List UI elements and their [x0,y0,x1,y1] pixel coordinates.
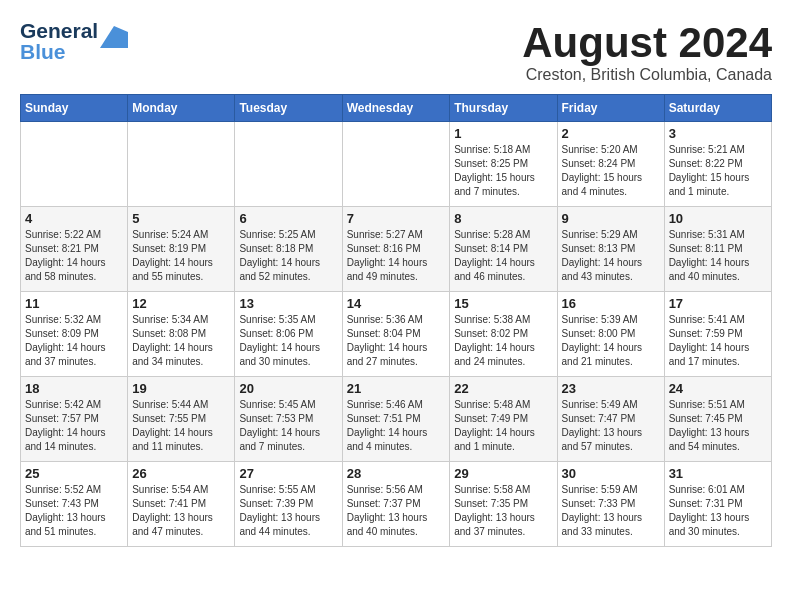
day-header-monday: Monday [128,95,235,122]
calendar-cell [342,122,450,207]
logo-general: General [20,20,98,41]
calendar-cell: 3Sunrise: 5:21 AM Sunset: 8:22 PM Daylig… [664,122,771,207]
day-number: 18 [25,381,123,396]
calendar-week-3: 11Sunrise: 5:32 AM Sunset: 8:09 PM Dayli… [21,292,772,377]
day-info: Sunrise: 5:41 AM Sunset: 7:59 PM Dayligh… [669,313,767,369]
day-number: 10 [669,211,767,226]
day-info: Sunrise: 5:49 AM Sunset: 7:47 PM Dayligh… [562,398,660,454]
day-number: 29 [454,466,552,481]
calendar-cell: 7Sunrise: 5:27 AM Sunset: 8:16 PM Daylig… [342,207,450,292]
day-number: 17 [669,296,767,311]
day-number: 16 [562,296,660,311]
calendar-cell: 15Sunrise: 5:38 AM Sunset: 8:02 PM Dayli… [450,292,557,377]
day-info: Sunrise: 5:59 AM Sunset: 7:33 PM Dayligh… [562,483,660,539]
calendar-cell: 10Sunrise: 5:31 AM Sunset: 8:11 PM Dayli… [664,207,771,292]
day-info: Sunrise: 5:22 AM Sunset: 8:21 PM Dayligh… [25,228,123,284]
day-info: Sunrise: 5:44 AM Sunset: 7:55 PM Dayligh… [132,398,230,454]
day-number: 3 [669,126,767,141]
calendar-cell: 12Sunrise: 5:34 AM Sunset: 8:08 PM Dayli… [128,292,235,377]
day-number: 11 [25,296,123,311]
calendar-cell: 16Sunrise: 5:39 AM Sunset: 8:00 PM Dayli… [557,292,664,377]
logo: General Blue [20,20,128,62]
day-info: Sunrise: 5:38 AM Sunset: 8:02 PM Dayligh… [454,313,552,369]
calendar-cell: 24Sunrise: 5:51 AM Sunset: 7:45 PM Dayli… [664,377,771,462]
day-info: Sunrise: 5:29 AM Sunset: 8:13 PM Dayligh… [562,228,660,284]
day-number: 24 [669,381,767,396]
calendar-cell: 29Sunrise: 5:58 AM Sunset: 7:35 PM Dayli… [450,462,557,547]
calendar-week-5: 25Sunrise: 5:52 AM Sunset: 7:43 PM Dayli… [21,462,772,547]
day-number: 23 [562,381,660,396]
day-number: 12 [132,296,230,311]
day-info: Sunrise: 5:35 AM Sunset: 8:06 PM Dayligh… [239,313,337,369]
calendar-cell [235,122,342,207]
day-info: Sunrise: 5:48 AM Sunset: 7:49 PM Dayligh… [454,398,552,454]
day-info: Sunrise: 5:45 AM Sunset: 7:53 PM Dayligh… [239,398,337,454]
logo-blue: Blue [20,41,98,62]
day-info: Sunrise: 5:36 AM Sunset: 8:04 PM Dayligh… [347,313,446,369]
day-info: Sunrise: 5:39 AM Sunset: 8:00 PM Dayligh… [562,313,660,369]
day-header-thursday: Thursday [450,95,557,122]
day-info: Sunrise: 6:01 AM Sunset: 7:31 PM Dayligh… [669,483,767,539]
calendar-cell: 5Sunrise: 5:24 AM Sunset: 8:19 PM Daylig… [128,207,235,292]
day-number: 21 [347,381,446,396]
calendar-cell: 1Sunrise: 5:18 AM Sunset: 8:25 PM Daylig… [450,122,557,207]
calendar-header-row: SundayMondayTuesdayWednesdayThursdayFrid… [21,95,772,122]
calendar-cell: 11Sunrise: 5:32 AM Sunset: 8:09 PM Dayli… [21,292,128,377]
calendar-cell: 8Sunrise: 5:28 AM Sunset: 8:14 PM Daylig… [450,207,557,292]
calendar-cell: 13Sunrise: 5:35 AM Sunset: 8:06 PM Dayli… [235,292,342,377]
day-number: 13 [239,296,337,311]
calendar-cell: 22Sunrise: 5:48 AM Sunset: 7:49 PM Dayli… [450,377,557,462]
calendar-cell: 31Sunrise: 6:01 AM Sunset: 7:31 PM Dayli… [664,462,771,547]
calendar-cell: 21Sunrise: 5:46 AM Sunset: 7:51 PM Dayli… [342,377,450,462]
day-info: Sunrise: 5:28 AM Sunset: 8:14 PM Dayligh… [454,228,552,284]
calendar-cell: 30Sunrise: 5:59 AM Sunset: 7:33 PM Dayli… [557,462,664,547]
calendar-cell: 14Sunrise: 5:36 AM Sunset: 8:04 PM Dayli… [342,292,450,377]
day-header-wednesday: Wednesday [342,95,450,122]
day-info: Sunrise: 5:24 AM Sunset: 8:19 PM Dayligh… [132,228,230,284]
day-number: 30 [562,466,660,481]
day-number: 8 [454,211,552,226]
day-number: 19 [132,381,230,396]
day-info: Sunrise: 5:46 AM Sunset: 7:51 PM Dayligh… [347,398,446,454]
day-info: Sunrise: 5:52 AM Sunset: 7:43 PM Dayligh… [25,483,123,539]
day-number: 15 [454,296,552,311]
calendar-cell: 18Sunrise: 5:42 AM Sunset: 7:57 PM Dayli… [21,377,128,462]
day-number: 14 [347,296,446,311]
calendar-cell: 9Sunrise: 5:29 AM Sunset: 8:13 PM Daylig… [557,207,664,292]
day-number: 28 [347,466,446,481]
calendar-cell: 20Sunrise: 5:45 AM Sunset: 7:53 PM Dayli… [235,377,342,462]
calendar-cell: 4Sunrise: 5:22 AM Sunset: 8:21 PM Daylig… [21,207,128,292]
day-number: 7 [347,211,446,226]
day-info: Sunrise: 5:56 AM Sunset: 7:37 PM Dayligh… [347,483,446,539]
day-number: 31 [669,466,767,481]
calendar-cell: 17Sunrise: 5:41 AM Sunset: 7:59 PM Dayli… [664,292,771,377]
day-number: 5 [132,211,230,226]
calendar-table: SundayMondayTuesdayWednesdayThursdayFrid… [20,94,772,547]
calendar-cell: 25Sunrise: 5:52 AM Sunset: 7:43 PM Dayli… [21,462,128,547]
calendar-cell: 27Sunrise: 5:55 AM Sunset: 7:39 PM Dayli… [235,462,342,547]
calendar-cell: 28Sunrise: 5:56 AM Sunset: 7:37 PM Dayli… [342,462,450,547]
day-info: Sunrise: 5:31 AM Sunset: 8:11 PM Dayligh… [669,228,767,284]
day-info: Sunrise: 5:32 AM Sunset: 8:09 PM Dayligh… [25,313,123,369]
logo-icon [100,26,128,48]
day-info: Sunrise: 5:25 AM Sunset: 8:18 PM Dayligh… [239,228,337,284]
day-info: Sunrise: 5:34 AM Sunset: 8:08 PM Dayligh… [132,313,230,369]
day-number: 22 [454,381,552,396]
day-number: 20 [239,381,337,396]
calendar-cell: 6Sunrise: 5:25 AM Sunset: 8:18 PM Daylig… [235,207,342,292]
day-info: Sunrise: 5:20 AM Sunset: 8:24 PM Dayligh… [562,143,660,199]
day-info: Sunrise: 5:51 AM Sunset: 7:45 PM Dayligh… [669,398,767,454]
day-number: 1 [454,126,552,141]
page-header: General Blue August 2024 Creston, Britis… [20,20,772,84]
day-number: 27 [239,466,337,481]
day-header-friday: Friday [557,95,664,122]
day-info: Sunrise: 5:21 AM Sunset: 8:22 PM Dayligh… [669,143,767,199]
day-info: Sunrise: 5:18 AM Sunset: 8:25 PM Dayligh… [454,143,552,199]
calendar-cell: 2Sunrise: 5:20 AM Sunset: 8:24 PM Daylig… [557,122,664,207]
calendar-cell: 26Sunrise: 5:54 AM Sunset: 7:41 PM Dayli… [128,462,235,547]
day-info: Sunrise: 5:54 AM Sunset: 7:41 PM Dayligh… [132,483,230,539]
svg-marker-0 [100,26,128,48]
location: Creston, British Columbia, Canada [522,66,772,84]
calendar-cell: 19Sunrise: 5:44 AM Sunset: 7:55 PM Dayli… [128,377,235,462]
calendar-week-2: 4Sunrise: 5:22 AM Sunset: 8:21 PM Daylig… [21,207,772,292]
